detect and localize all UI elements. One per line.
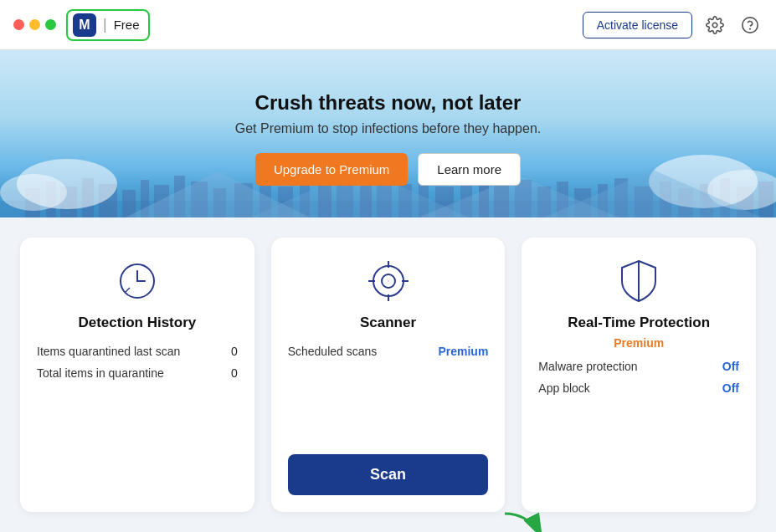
- hero-subtitle: Get Premium to stop infections before th…: [235, 121, 542, 136]
- detection-history-icon: [114, 258, 161, 304]
- minimize-traffic-light[interactable]: [29, 19, 40, 30]
- scanner-card: Scanner Scheduled scans Premium Scan: [271, 238, 506, 512]
- svg-point-55: [382, 274, 395, 288]
- cards-section: Detection History Items quarantined last…: [0, 217, 776, 532]
- hero-buttons: Upgrade to Premium Learn more: [235, 153, 542, 186]
- scan-button[interactable]: Scan: [288, 454, 489, 495]
- hero-content: Crush threats now, not later Get Premium…: [235, 83, 542, 186]
- malware-protection-label: Malware protection: [538, 360, 637, 373]
- table-row: Items quarantined last scan 0: [37, 345, 238, 358]
- table-row: Scheduled scans Premium: [288, 345, 489, 358]
- svg-point-54: [373, 266, 403, 296]
- titlebar-right: Activate license: [583, 12, 763, 38]
- help-icon[interactable]: [737, 13, 763, 38]
- scanner-icon: [365, 258, 412, 304]
- detection-history-rows: Items quarantined last scan 0 Total item…: [37, 345, 238, 495]
- traffic-lights: [13, 19, 56, 30]
- svg-point-0: [712, 23, 717, 28]
- learn-more-button[interactable]: Learn more: [418, 153, 521, 186]
- arrow-annotation: [496, 505, 563, 532]
- scheduled-scans-label: Scheduled scans: [288, 345, 378, 358]
- brand-free-label: Free: [114, 18, 140, 32]
- brand-logo: M | Free: [66, 9, 150, 41]
- realtime-rows: Malware protection Off App block Off: [538, 360, 739, 495]
- svg-rect-9: [122, 190, 136, 217]
- realtime-protection-title: Real-Time Protection: [568, 315, 710, 331]
- app-block-label: App block: [538, 381, 589, 395]
- total-quarantine-label: Total items in quarantine: [37, 366, 164, 380]
- realtime-premium-label: Premium: [614, 336, 664, 350]
- titlebar: M | Free Activate license: [0, 0, 776, 50]
- titlebar-left: M | Free: [13, 9, 150, 41]
- svg-point-1: [743, 17, 758, 32]
- hero-title: Crush threats now, not later: [235, 91, 542, 115]
- maximize-traffic-light[interactable]: [45, 19, 56, 30]
- svg-point-43: [0, 174, 67, 211]
- scanner-rows: Scheduled scans Premium: [288, 345, 489, 454]
- close-traffic-light[interactable]: [13, 19, 24, 30]
- settings-icon[interactable]: [702, 13, 727, 38]
- table-row: App block Off: [538, 381, 739, 395]
- detection-history-card: Detection History Items quarantined last…: [20, 238, 254, 512]
- table-row: Malware protection Off: [538, 360, 739, 373]
- quarantine-last-scan-value: 0: [231, 345, 238, 358]
- svg-line-53: [126, 288, 130, 292]
- malware-protection-value: Off: [722, 360, 739, 373]
- scheduled-scans-value: Premium: [438, 345, 488, 358]
- hero-banner: Crush threats now, not later Get Premium…: [0, 50, 776, 217]
- logo-icon: M: [73, 13, 96, 37]
- upgrade-to-premium-button[interactable]: Upgrade to Premium: [255, 153, 408, 186]
- activate-license-button[interactable]: Activate license: [583, 12, 692, 38]
- scanner-title: Scanner: [360, 315, 416, 331]
- quarantine-last-scan-label: Items quarantined last scan: [37, 345, 180, 358]
- total-quarantine-value: 0: [231, 366, 238, 380]
- realtime-protection-card: Real-Time Protection Premium Malware pro…: [522, 238, 756, 512]
- app-block-value: Off: [722, 381, 739, 395]
- realtime-protection-icon: [615, 258, 662, 304]
- detection-history-title: Detection History: [78, 315, 196, 331]
- table-row: Total items in quarantine 0: [37, 366, 238, 380]
- brand-divider: |: [103, 16, 107, 33]
